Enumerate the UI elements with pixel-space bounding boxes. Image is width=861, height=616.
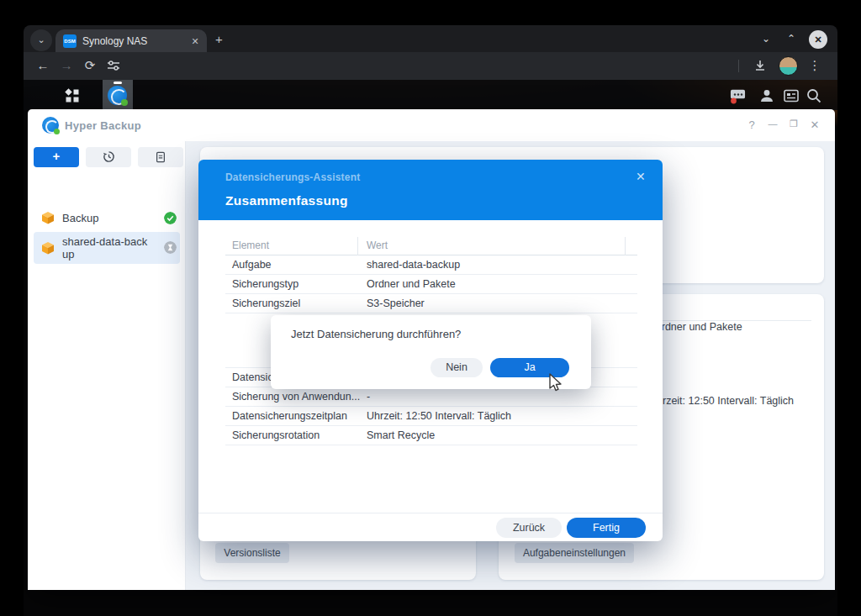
table-row: Datensicherungszeitplan Uhrzeit: 12:50 I… <box>225 407 637 426</box>
profile-avatar[interactable] <box>779 56 798 76</box>
toolbar-divider <box>738 60 739 72</box>
reload-icon[interactable]: ⟳ <box>82 58 98 73</box>
window-restore-down-icon[interactable]: ⌄ <box>762 33 770 45</box>
table-header-row: Element Wert <box>225 237 637 255</box>
kebab-menu-icon[interactable]: ⋮ <box>807 58 822 73</box>
back-icon[interactable]: ← <box>35 58 50 73</box>
wizard-step-title: Zusammenfassung <box>225 193 348 208</box>
tab-synology-nas[interactable]: DSM Synology NAS ✕ <box>55 29 207 52</box>
tab-close-icon[interactable]: ✕ <box>188 34 202 48</box>
table-row: Aufgabe shared-data-backup <box>225 255 637 275</box>
table-row: Sicherung von Anwendun... - <box>225 387 637 407</box>
notifications-chat-icon[interactable] <box>730 87 747 104</box>
restore-history-button[interactable] <box>86 147 131 167</box>
wizard-header: Datensicherungs-Assistent ✕ Zusammenfass… <box>198 160 663 220</box>
wizard-title: Datensicherungs-Assistent <box>225 171 360 183</box>
widgets-icon[interactable] <box>783 87 800 104</box>
col-element: Element <box>232 240 269 251</box>
hb-sidebar: + <box>28 141 186 590</box>
hyper-backup-icon <box>108 86 127 105</box>
screen: ⌄ DSM Synology NAS ✕ + ⌄ ⌃ ✕ ← → ⟳ <box>0 0 861 616</box>
tune-icon[interactable] <box>107 58 122 73</box>
tab-title: Synology NAS <box>82 35 147 47</box>
confirm-message: Jetzt Datensicherung durchführen? <box>291 328 461 340</box>
task-label: Backup <box>62 212 98 224</box>
browser-close-button[interactable]: ✕ <box>809 30 827 49</box>
column-divider <box>357 237 358 255</box>
status-pending-hourglass-icon <box>164 241 177 254</box>
search-icon[interactable] <box>806 87 822 104</box>
wizard-footer: Zurück Fertig <box>198 513 663 541</box>
wizard-close-icon[interactable]: ✕ <box>636 170 646 183</box>
restore-icon[interactable]: ❐ <box>787 118 800 129</box>
task-settings-button[interactable]: Aufgabeneinstellungen <box>515 543 634 563</box>
app-title: Hyper Backup <box>65 119 141 132</box>
task-item-shared-data-backup[interactable]: shared-data-backup <box>34 232 180 264</box>
log-button[interactable] <box>138 147 183 167</box>
backup-schedule-value: Uhrzeit: 12:50 Intervall: Täglich <box>649 395 794 407</box>
active-app-indicator <box>114 82 122 84</box>
forward-icon[interactable]: → <box>59 58 74 73</box>
taskbar-hyper-backup-tile[interactable] <box>103 80 133 110</box>
help-icon[interactable]: ? <box>745 118 758 131</box>
minimize-icon[interactable]: — <box>766 118 779 129</box>
chevron-down-icon: ⌄ <box>37 34 45 45</box>
backup-cube-icon <box>41 241 55 255</box>
hb-titlebar[interactable]: Hyper Backup ? — ❐ ✕ <box>28 109 835 141</box>
confirm-dialog: Jetzt Datensicherung durchführen? Nein J… <box>271 315 591 389</box>
dsm-taskbar <box>24 80 837 110</box>
user-icon[interactable] <box>758 87 775 104</box>
finish-button[interactable]: Fertig <box>567 518 646 538</box>
mouse-cursor <box>547 372 563 392</box>
column-divider <box>625 237 626 255</box>
table-row: Sicherungsziel S3-Speicher <box>225 294 637 313</box>
table-row: Sicherungstyp Ordner und Pakete <box>225 275 637 294</box>
col-wert: Wert <box>367 240 388 251</box>
app-launcher-icon[interactable] <box>64 87 81 104</box>
backup-type-value: Ordner und Pakete <box>653 321 742 333</box>
task-item-backup[interactable]: Backup <box>34 205 180 230</box>
status-ok-icon <box>164 212 177 224</box>
table-row: Sicherungsrotation Smart Recycle <box>225 426 637 445</box>
version-list-button[interactable]: Versionsliste <box>215 543 289 563</box>
download-icon[interactable] <box>753 58 769 73</box>
tab-strip: ⌄ DSM Synology NAS ✕ + ⌄ ⌃ ✕ <box>24 25 837 52</box>
backup-cube-icon <box>41 211 55 224</box>
tab-search-button[interactable]: ⌄ <box>30 29 52 51</box>
hyper-backup-logo-icon <box>42 117 59 134</box>
back-button[interactable]: Zurück <box>496 518 562 538</box>
task-label: shared-data-backup <box>62 235 153 261</box>
window-maximize-icon[interactable]: ⌃ <box>787 33 795 45</box>
dsm-favicon: DSM <box>63 34 77 48</box>
new-tab-button[interactable]: + <box>215 34 223 45</box>
no-button[interactable]: Nein <box>430 358 483 377</box>
close-icon[interactable]: ✕ <box>808 118 821 131</box>
browser-toolbar: ← → ⟳ ⋮ <box>24 52 837 80</box>
add-task-button[interactable]: + <box>34 147 79 167</box>
